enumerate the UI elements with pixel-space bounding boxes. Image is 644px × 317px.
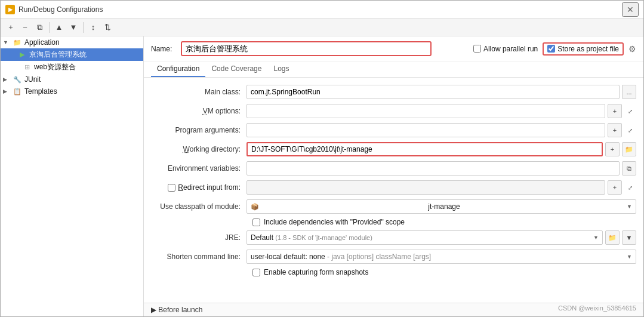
vm-options-row: VM options: + ⤢ [151,101,636,121]
working-dir-row: Working directory: + 📁 [151,140,636,159]
redirect-plus-button[interactable]: + [608,180,622,195]
shorten-cmd-arrow: ▼ [627,254,632,260]
tree-junit[interactable]: ▶ 🔧 JUnit [1,73,143,85]
jre-dropdown-btn[interactable]: ▼ [622,230,636,245]
vm-options-control: + ⤢ [246,104,636,118]
jre-control: Default (1.8 - SDK of 'jt-manage' module… [246,230,636,245]
watermark: CSDN @weixin_53854615 [558,304,636,312]
program-args-plus-button[interactable]: + [608,123,622,137]
child-item-label: web资源整合 [34,62,76,72]
include-deps-checkbox[interactable] [252,218,260,226]
tab-logs[interactable]: Logs [267,61,295,77]
working-dir-folder-button[interactable]: 📁 [622,142,636,156]
child-item-icon: ⊞ [22,63,32,72]
name-right: Allow parallel run Store as project file… [473,42,636,56]
remove-button[interactable]: − [19,21,32,34]
main-area: ▼ 📁 Application ▶ 京淘后台管理系统 ⊞ web资源整合 ▶ 🔧… [1,36,643,316]
redirect-expand-button[interactable]: ⤢ [624,181,636,193]
store-checkbox[interactable] [547,45,555,53]
tree-selected-item[interactable]: ▶ 京淘后台管理系统 [1,48,143,61]
main-class-input[interactable] [246,85,620,99]
gear-button[interactable]: ⚙ [628,44,636,54]
tab-code-coverage[interactable]: Code Coverage [205,61,267,77]
selected-item-label: 京淘后台管理系统 [29,50,87,60]
redirect-row: Redirect input from: + ⤢ [151,178,636,197]
program-args-label: Program arguments: [151,126,246,134]
shorten-cmd-value: user-local default: none - java [options… [251,253,431,261]
classpath-dropdown[interactable]: 📦 jt-manage ▼ [246,199,636,214]
move-button[interactable]: ↕ [87,21,100,34]
tree-arrow-junit: ▶ [3,76,13,82]
working-dir-label: Working directory: [151,145,246,153]
program-args-row: Program arguments: + ⤢ [151,121,636,140]
classpath-module-icon: 📦 [251,203,259,211]
name-input[interactable] [181,41,432,56]
tree-child-item[interactable]: ⊞ web资源整合 [1,61,143,73]
up-button[interactable]: ▲ [53,21,66,34]
redirect-checkbox[interactable] [168,184,175,192]
vm-options-label: VM options: [151,107,246,115]
jre-browse-button[interactable]: 📁 [605,230,620,245]
templates-icon: 📋 [13,87,22,96]
name-label: Name: [151,45,175,53]
include-deps-row: Include dependencies with "Provided" sco… [151,216,636,228]
tree-templates[interactable]: ▶ 📋 Templates [1,85,143,97]
shorten-cmd-control: user-local default: none - java [options… [246,250,636,264]
snapshots-row: Enable capturing form snapshots [151,266,636,278]
main-window: ▶ Run/Debug Configurations ✕ + − ⧉ ▲ ▼ ↕… [0,0,644,317]
window-title: Run/Debug Configurations [19,5,103,14]
main-class-row: Main class: ... [151,82,636,101]
allow-parallel-check[interactable]: Allow parallel run [473,45,538,53]
redirect-label: Redirect input from: [178,183,241,192]
right-panel: Name: Allow parallel run Store as projec… [144,36,643,316]
app-icon: ▶ [5,5,15,14]
tree-arrow-templates: ▶ [3,88,13,94]
shorten-cmd-label: Shorten command line: [151,253,246,261]
vm-options-expand-button[interactable]: ⤢ [624,105,636,117]
main-class-browse-button[interactable]: ... [622,85,636,99]
env-vars-row: Environment variables: ⧉ [151,159,636,178]
program-args-control: + ⤢ [246,123,636,137]
shorten-cmd-dropdown[interactable]: user-local default: none - java [options… [246,250,636,264]
title-bar-left: ▶ Run/Debug Configurations [5,5,103,14]
toolbar: + − ⧉ ▲ ▼ ↕ ⇅ [1,19,643,36]
env-vars-input[interactable] [246,161,620,176]
parallel-checkbox[interactable] [473,45,481,53]
toolbar-separator [49,22,50,33]
include-deps-label: Include dependencies with "Provided" sco… [264,218,405,226]
jre-dropdown-arrow: ▼ [593,235,599,241]
classpath-dropdown-arrow: ▼ [627,204,632,210]
store-label: Store as project file [557,45,619,53]
snapshots-checkbox[interactable] [252,269,260,276]
vm-options-plus-button[interactable]: + [608,104,622,118]
sort-button[interactable]: ⇅ [101,21,114,34]
add-button[interactable]: + [4,21,17,34]
program-args-input[interactable] [246,123,605,137]
working-dir-control: + 📁 [246,142,636,156]
jre-row: JRE: Default (1.8 - SDK of 'jt-manage' m… [151,228,636,247]
classpath-label: Use classpath of module: [151,202,246,211]
parallel-label: Allow parallel run [483,45,538,53]
snapshots-label: Enable capturing form snapshots [264,268,368,276]
store-check[interactable]: Store as project file [543,42,624,56]
tree-application[interactable]: ▼ 📁 Application [1,36,143,48]
main-class-label: Main class: [151,88,246,96]
working-dir-input[interactable] [246,142,603,156]
templates-label: Templates [24,87,57,96]
down-button[interactable]: ▼ [67,21,80,34]
close-button[interactable]: ✕ [622,2,639,17]
working-dir-plus-button[interactable]: + [605,142,620,156]
title-bar: ▶ Run/Debug Configurations ✕ [1,1,643,19]
redirect-input[interactable] [246,180,605,195]
env-vars-copy-button[interactable]: ⧉ [622,161,636,176]
env-vars-control: ⧉ [246,161,636,176]
vm-options-input[interactable] [246,104,605,118]
classpath-value: jt-manage [428,202,460,211]
jre-label: JRE: [151,233,246,242]
left-panel: ▼ 📁 Application ▶ 京淘后台管理系统 ⊞ web资源整合 ▶ 🔧… [1,36,144,316]
toolbar-separator-2 [83,22,84,33]
copy-button[interactable]: ⧉ [33,21,46,34]
jre-dropdown[interactable]: Default (1.8 - SDK of 'jt-manage' module… [246,230,603,245]
program-args-expand-button[interactable]: ⤢ [624,124,636,136]
tab-configuration[interactable]: Configuration [151,61,205,77]
